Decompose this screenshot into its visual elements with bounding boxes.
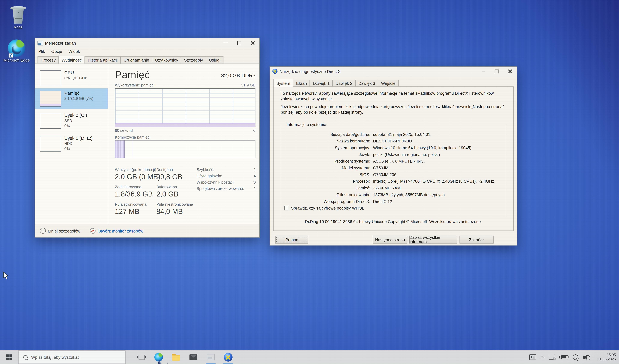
sidebar-item-detail: HDD xyxy=(64,141,93,146)
memory-composition-bar xyxy=(115,140,255,158)
info-row: Pamięć:32768MB RAM xyxy=(281,186,503,190)
open-resource-monitor-link[interactable]: Otwórz monitor zasobów xyxy=(90,228,143,234)
sidebar-item-memory[interactable]: Pamięć 2,1/31,9 GB (7%) xyxy=(35,88,108,109)
task-manager-titlebar[interactable]: Menedżer zadań xyxy=(35,38,259,47)
taskbar-mail-button[interactable] xyxy=(185,351,202,364)
disk1-graph-thumbnail xyxy=(40,136,61,152)
menu-plik[interactable]: Plik xyxy=(35,49,48,54)
save-all-information-button[interactable]: Zapisz wszystkie informacje... xyxy=(409,236,457,244)
whql-checkbox[interactable] xyxy=(284,206,289,210)
tab-procesy[interactable]: Procesy xyxy=(38,56,59,64)
tab-uzytkownicy[interactable]: Użytkownicy xyxy=(152,56,181,64)
news-widget-button[interactable] xyxy=(530,354,536,360)
task-manager-icon xyxy=(207,354,215,361)
task-manager-tabs: Procesy Wydajność Historia aplikacji Uru… xyxy=(38,56,223,64)
taskbar-file-explorer-button[interactable] xyxy=(167,351,185,364)
maximize-button[interactable] xyxy=(233,38,246,47)
tab-dzwiek-3[interactable]: Dźwięk 3 xyxy=(355,80,378,87)
info-row: Plik stronicowania:1873MB użytych, 35897… xyxy=(281,193,503,197)
menu-widok[interactable]: Widok xyxy=(65,49,83,54)
taskbar-dxdiag-button[interactable] xyxy=(220,351,237,364)
search-placeholder: Wpisz tutaj, aby wyszukać xyxy=(31,355,80,360)
info-row: System operacyjny:Windows 10 Home 64-bit… xyxy=(281,146,503,150)
dxdiag-system-tab-page: To narzędzie tworzy raporty zawierające … xyxy=(273,86,514,231)
minimize-button[interactable] xyxy=(477,67,490,76)
stat-cached: Buforowana 2,0 GB xyxy=(156,185,178,199)
whql-checkbox-label: Sprawdź, czy są cyfrowe podpisy WHQL xyxy=(291,206,364,210)
close-button[interactable] xyxy=(246,38,259,47)
sidebar-item-detail: 0% xyxy=(64,124,87,128)
tab-system[interactable]: System xyxy=(273,79,293,87)
graph-min: 0 xyxy=(253,128,255,133)
dxdiag-tabs: System Ekran Dźwięk 1 Dźwięk 2 Dźwięk 3 … xyxy=(273,79,398,87)
desktop-icon-label: Kosz xyxy=(2,25,35,29)
tab-dzwiek-2[interactable]: Dźwięk 2 xyxy=(332,80,355,87)
start-button[interactable] xyxy=(0,351,18,364)
tab-uruchamianie[interactable]: Uruchamianie xyxy=(120,56,152,64)
menu-opcje[interactable]: Opcje xyxy=(48,49,65,54)
task-manager-menubar: Plik Opcje Widok xyxy=(35,47,259,56)
screen: Kosz Microsoft Edge Menedżer zadań Plik … xyxy=(0,0,619,364)
taskbar-clock[interactable]: 15:05 31.05.2025 xyxy=(598,353,616,362)
graph-timespan: 60 sekund xyxy=(115,128,133,133)
desktop-icon-microsoft-edge[interactable]: Microsoft Edge xyxy=(0,40,33,62)
tab-uslugi[interactable]: Usługi xyxy=(206,56,224,64)
cast-tray-button[interactable] xyxy=(549,355,555,360)
tab-dzwiek-1[interactable]: Dźwięk 1 xyxy=(310,80,333,87)
tab-szczegoly[interactable]: Szczegóły xyxy=(181,56,206,64)
close-button[interactable] xyxy=(503,67,517,76)
speaker-icon xyxy=(583,356,586,359)
network-tray-button[interactable] xyxy=(573,354,579,360)
sidebar-item-title: CPU xyxy=(64,70,87,75)
globe-no-internet-icon xyxy=(573,354,579,360)
stat-speed: Szybkość: 1 xyxy=(197,167,256,172)
group-title: Informacje o systemie xyxy=(285,122,328,127)
tab-wejscie[interactable]: Wejście xyxy=(378,80,399,87)
stat-paged-pool: Pula stronicowana 127 MB xyxy=(115,202,147,216)
clock-date: 31.05.2025 xyxy=(598,357,616,362)
info-row: Wersja programu DirectX:DirectX 12 xyxy=(281,199,503,204)
battery-tray-button[interactable] xyxy=(562,355,568,359)
task-view-button[interactable] xyxy=(133,351,150,364)
volume-tray-button[interactable] xyxy=(583,356,589,359)
stat-in-use: W użyciu (po kompresji) 2,0 GB (0 MB) xyxy=(115,167,160,181)
cast-icon xyxy=(549,355,555,360)
minimize-button[interactable] xyxy=(219,38,232,47)
taskbar-edge-button[interactable] xyxy=(150,351,167,364)
system-information-group: Informacje o systemie Bieżąca data/godzi… xyxy=(281,125,506,217)
help-button[interactable]: Pomoc xyxy=(275,236,308,244)
exit-button[interactable]: Zakończ xyxy=(460,236,494,244)
sidebar-item-disk0[interactable]: Dysk 0 (C:) SSD 0% xyxy=(35,111,108,133)
dxdiag-titlebar[interactable]: Narzędzie diagnostyczne DirectX xyxy=(270,67,517,76)
next-page-button[interactable]: Następna strona xyxy=(373,236,407,244)
cpu-graph-thumbnail xyxy=(40,70,61,86)
tab-ekran[interactable]: Ekran xyxy=(293,80,310,87)
info-row: Producent systemu:ASUSTeK COMPUTER INC. xyxy=(281,159,503,164)
tab-historia-aplikacji[interactable]: Historia aplikacji xyxy=(84,56,121,64)
taskbar-search-input[interactable]: Wpisz tutaj, aby wyszukać xyxy=(18,351,126,364)
desktop-icon-recycle-bin[interactable]: Kosz xyxy=(2,6,35,29)
sidebar-item-detail: 0% 1,01 GHz xyxy=(64,76,87,80)
less-details-button[interactable]: Mniej szczegółów xyxy=(40,228,80,234)
info-row: Procesor:Intel(R) Core(TM) i7-4700HQ CPU… xyxy=(281,179,503,183)
shortcut-arrow-icon xyxy=(9,53,13,58)
info-row: Bieżąca data/godzina:sobota, 31 maja 202… xyxy=(281,132,503,137)
sidebar-item-cpu[interactable]: CPU 0% 1,01 GHz xyxy=(35,68,108,87)
info-row: Model systemu:G750JM xyxy=(281,166,503,170)
resource-monitor-icon xyxy=(90,228,96,234)
sidebar-item-disk1[interactable]: Dysk 1 (D: E:) HDD 0% xyxy=(35,133,108,156)
news-icon xyxy=(530,354,536,360)
tab-wydajnosc[interactable]: Wydajność xyxy=(58,56,85,64)
performance-sidebar: CPU 0% 1,01 GHz Pamięć 2,1/31,9 GB (7%) … xyxy=(35,64,108,224)
mail-icon xyxy=(189,354,197,360)
whql-checkbox-row[interactable]: Sprawdź, czy są cyfrowe podpisy WHQL xyxy=(284,206,364,210)
show-hidden-icons-button[interactable] xyxy=(541,355,544,360)
window-title: Narzędzie diagnostyczne DirectX xyxy=(280,69,341,74)
stat-available: Dostępna 29,8 GB xyxy=(156,167,183,181)
maximize-button xyxy=(490,67,503,76)
battery-icon xyxy=(562,355,568,359)
taskbar-task-manager-button[interactable] xyxy=(202,351,220,364)
taskbar: Wpisz tutaj, aby wyszukać 15:05 31.05.20… xyxy=(0,350,619,364)
chevron-up-icon xyxy=(40,228,46,234)
plug-icon xyxy=(560,356,562,359)
